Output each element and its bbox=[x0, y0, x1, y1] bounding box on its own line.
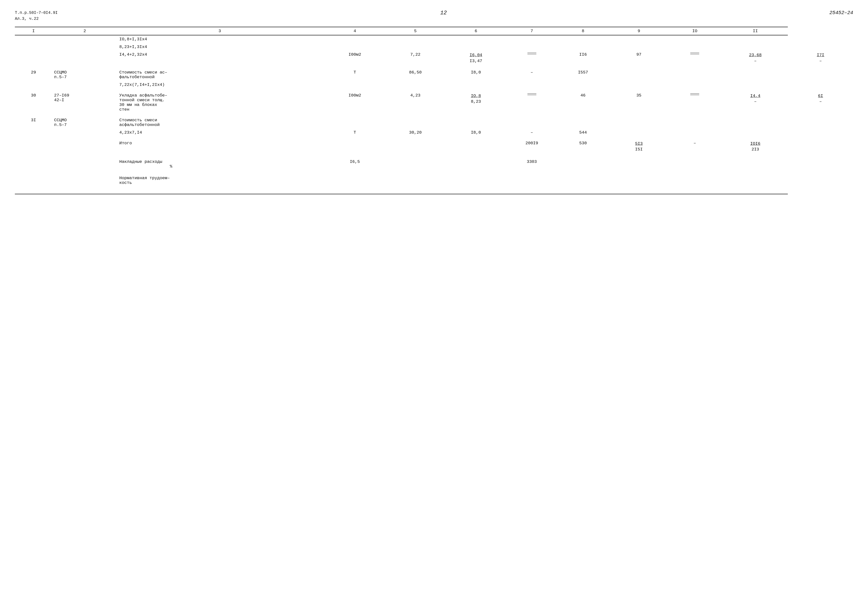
bottom-border-row bbox=[15, 187, 853, 194]
cell-7-itogo: 200I9 bbox=[508, 140, 555, 154]
val-top: 5I3 bbox=[635, 141, 643, 147]
cell-1-itogo bbox=[15, 140, 52, 154]
cell-1-nakl bbox=[15, 158, 52, 170]
cell-5 bbox=[388, 35, 443, 43]
cell-11 bbox=[723, 43, 788, 51]
table-row-31: 3I ССЦМО п.5–7 Стоимость смесиасфальтобе… bbox=[15, 116, 853, 129]
col-header-4: 4 bbox=[322, 27, 388, 35]
cell-8 bbox=[555, 43, 611, 51]
cell-5-itogo bbox=[388, 140, 443, 154]
dbl-dash-7-30 bbox=[511, 93, 553, 96]
cell-11-nakl bbox=[723, 158, 788, 170]
cell-11-itogo: IOI6 2I3 bbox=[723, 140, 788, 154]
cell-2 bbox=[52, 51, 117, 65]
col-header-2: 2 bbox=[52, 27, 117, 35]
cell-1 bbox=[15, 35, 52, 43]
stacked-val11: I7I – bbox=[790, 52, 851, 64]
desc-31: Стоимость смесиасфальтобетонной bbox=[117, 116, 322, 129]
cell-4-30: I00м2 bbox=[322, 91, 388, 113]
val-top: 23,68 bbox=[749, 52, 761, 58]
table-row-nakl: Накладные расходы % I6,5 3303 bbox=[15, 158, 853, 170]
cell-10 bbox=[667, 43, 723, 51]
stacked-10-30: I4,4 – bbox=[725, 93, 786, 105]
stacked-11-itogo: IOI6 2I3 bbox=[725, 141, 786, 153]
cell-7-nakl: 3303 bbox=[508, 158, 555, 170]
table-row: 8,23+I,3Ix4 bbox=[15, 43, 853, 51]
cell-11 bbox=[723, 35, 788, 43]
cell-5: 7,22 bbox=[388, 51, 443, 65]
cell-7-dash: – bbox=[508, 68, 555, 81]
doc-ref-line2: Ал.3, ч.22 bbox=[15, 16, 58, 22]
spacer-cell bbox=[15, 170, 788, 174]
col-header-7: 7 bbox=[508, 27, 555, 35]
table-row-31b: 4,23x7,I4 Т 30,20 I8,0 – 544 bbox=[15, 129, 853, 136]
val-bot: – bbox=[754, 58, 756, 64]
cell-9 bbox=[667, 68, 723, 81]
cell-4: Т bbox=[322, 68, 388, 81]
cell-7 bbox=[508, 51, 555, 65]
cell-2 bbox=[52, 43, 117, 51]
stacked-val10: 23,68 – bbox=[725, 52, 786, 64]
dash-line bbox=[527, 93, 536, 94]
cell-8 bbox=[555, 35, 611, 43]
val-bot: – bbox=[819, 99, 822, 105]
cell-2-nakl bbox=[52, 158, 117, 170]
cell-5-31b: 30,20 bbox=[388, 129, 443, 136]
cell-4-itogo bbox=[322, 140, 388, 154]
cell-col7: II6 bbox=[555, 51, 611, 65]
stacked-value: I6,04 I3,47 bbox=[445, 52, 506, 64]
val-bot: – bbox=[819, 58, 822, 64]
cell-2 bbox=[52, 81, 117, 88]
cell-rest-norm bbox=[322, 174, 788, 187]
cell-rest bbox=[322, 81, 788, 88]
cell-3: 8,23+I,3Ix4 bbox=[117, 43, 322, 51]
cell-7-val: I557 bbox=[555, 68, 611, 81]
cell-10-nakl bbox=[667, 158, 723, 170]
spacer-row bbox=[15, 154, 853, 158]
cell-2 bbox=[52, 35, 117, 43]
cell-10-itogo: – bbox=[667, 140, 723, 154]
label-nakl: Накладные расходы % bbox=[117, 158, 322, 170]
val-top: I7I bbox=[817, 52, 825, 58]
dbl-dash-9-30 bbox=[669, 93, 721, 96]
formula-29: 7,22x(7,I4+I,2Ix4) bbox=[117, 81, 322, 88]
cell-3: I4,4+2,32x4 bbox=[117, 51, 322, 65]
table-row: I4,4+2,32x4 I00м2 7,22 I6,04 I3,47 II6 9… bbox=[15, 51, 853, 65]
column-header-row: I 2 3 4 5 6 7 8 9 IO II bbox=[15, 27, 853, 35]
cell-1 bbox=[15, 81, 52, 88]
cell-11-31b bbox=[788, 129, 853, 136]
cell-6: I6,04 I3,47 bbox=[443, 51, 508, 65]
val-top: IO,8 bbox=[471, 93, 481, 99]
table-row-formula29: 7,22x(7,I4+I,2Ix4) bbox=[15, 81, 853, 88]
spacer-row bbox=[15, 136, 853, 140]
formula-31: 4,23x7,I4 bbox=[117, 129, 322, 136]
spacer-cell bbox=[15, 88, 788, 91]
table-row: IO,8+I,3Ix4 bbox=[15, 35, 853, 43]
cell-5: 86,50 bbox=[388, 68, 443, 81]
cell-11-30: 6I – bbox=[788, 91, 853, 113]
cell-rest-31 bbox=[322, 116, 788, 129]
ref-30: 27–I69 42–I bbox=[52, 91, 117, 113]
cell-6-31b: I8,0 bbox=[443, 129, 508, 136]
label-norm: Нормативная трудоем–кость bbox=[117, 174, 322, 187]
cell-10-31b bbox=[723, 129, 788, 136]
cell-8-30: 35 bbox=[611, 91, 667, 113]
cell-1 bbox=[15, 129, 52, 136]
cell-9 bbox=[611, 43, 667, 51]
stacked-11-30: 6I – bbox=[790, 93, 851, 105]
cell-8 bbox=[611, 68, 667, 81]
cell-8-nakl bbox=[555, 158, 611, 170]
cell-7 bbox=[508, 35, 555, 43]
cell-4 bbox=[322, 43, 388, 51]
cell-4: I00м2 bbox=[322, 51, 388, 65]
document-number: 25452–24 bbox=[829, 10, 853, 16]
cell-2 bbox=[52, 129, 117, 136]
cell-7-30-dash bbox=[508, 91, 555, 113]
col-header-6: 6 bbox=[443, 27, 508, 35]
col-header-11: II bbox=[723, 27, 788, 35]
col-header-8: 8 bbox=[555, 27, 611, 35]
val-top: I6,04 bbox=[470, 52, 482, 58]
dbl-dash-9 bbox=[669, 52, 721, 55]
val-top: 6I bbox=[818, 93, 823, 99]
cell-1-norm bbox=[15, 174, 52, 187]
